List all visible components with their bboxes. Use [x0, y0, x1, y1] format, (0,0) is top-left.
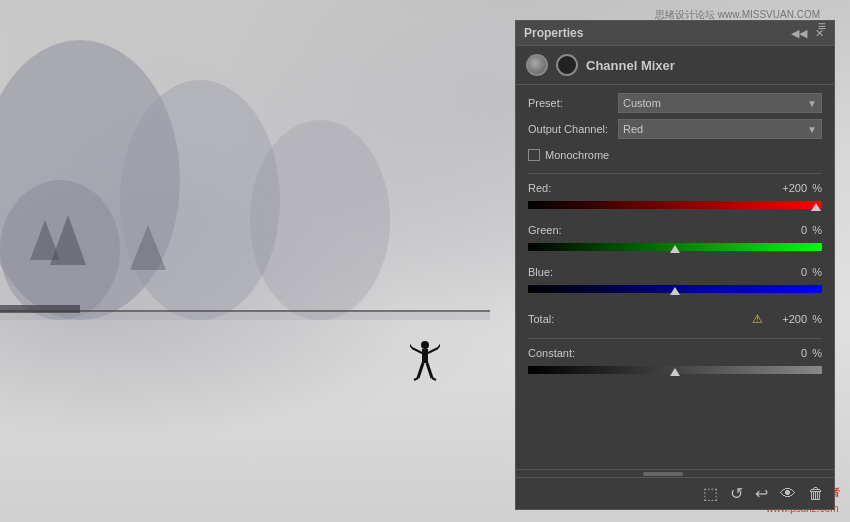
preset-row: Preset: Custom ▼: [528, 93, 822, 113]
green-slider-thumb[interactable]: [670, 245, 680, 253]
total-value: +200: [767, 313, 807, 325]
blue-slider-track: [528, 285, 822, 293]
blue-slider-section: Blue: 0 %: [528, 266, 822, 298]
green-slider-header: Green: 0 %: [528, 224, 822, 236]
scrollbar[interactable]: [516, 469, 834, 477]
blue-pct: %: [807, 266, 822, 278]
red-slider-thumb[interactable]: [811, 203, 821, 211]
constant-slider-track: [528, 366, 822, 374]
green-slider-section: Green: 0 %: [528, 224, 822, 256]
monochrome-label: Monochrome: [545, 149, 609, 161]
adjustment-preview-icon[interactable]: ↺: [730, 484, 743, 503]
panel-collapse-btn[interactable]: ◀◀: [789, 27, 809, 40]
svg-line-13: [438, 342, 440, 348]
divider-2: [528, 338, 822, 339]
red-slider-container[interactable]: [528, 196, 822, 214]
preset-dropdown-arrow: ▼: [807, 98, 817, 109]
properties-panel: Properties ◀◀ ✕ ≡ Channel Mixer Preset: …: [515, 20, 835, 510]
svg-line-10: [412, 348, 422, 353]
green-pct: %: [807, 224, 822, 236]
red-label: Red:: [528, 182, 767, 194]
preset-value: Custom: [623, 97, 661, 109]
panel-content: Preset: Custom ▼ Output Channel: Red ▼ M…: [516, 85, 834, 469]
red-value: +200: [767, 182, 807, 194]
svg-line-16: [414, 378, 418, 380]
preset-label: Preset:: [528, 97, 618, 109]
blue-value: 0: [767, 266, 807, 278]
svg-line-12: [428, 348, 438, 353]
svg-line-17: [432, 378, 436, 380]
red-pct: %: [807, 182, 822, 194]
svg-line-11: [410, 342, 412, 348]
red-slider-section: Red: +200 %: [528, 182, 822, 214]
red-slider-header: Red: +200 %: [528, 182, 822, 194]
globe-icon: [526, 54, 548, 76]
divider-1: [528, 173, 822, 174]
mountain-background: [0, 0, 490, 320]
blue-slider-thumb[interactable]: [670, 287, 680, 295]
visibility-icon[interactable]: 👁: [780, 485, 796, 503]
delete-icon[interactable]: 🗑: [808, 485, 824, 503]
channel-mixer-title: Channel Mixer: [586, 58, 675, 73]
panel-menu-icon[interactable]: ≡: [818, 18, 826, 34]
reset-icon[interactable]: ↩: [755, 484, 768, 503]
warning-icon: ⚠: [752, 312, 763, 326]
svg-point-8: [421, 341, 429, 349]
output-channel-dropdown[interactable]: Red ▼: [618, 119, 822, 139]
panel-title: Properties: [524, 26, 583, 40]
output-channel-label: Output Channel:: [528, 123, 618, 135]
total-pct: %: [807, 313, 822, 325]
total-row: Total: ⚠ +200 %: [528, 312, 822, 326]
svg-rect-9: [422, 349, 428, 363]
monochrome-checkbox[interactable]: [528, 149, 540, 161]
adjustment-icon: [556, 54, 578, 76]
svg-point-2: [250, 120, 390, 320]
ninja-figure: [410, 340, 440, 395]
output-channel-dropdown-arrow: ▼: [807, 124, 817, 135]
output-channel-value: Red: [623, 123, 643, 135]
constant-slider-header: Constant: 0 %: [528, 347, 822, 359]
constant-label: Constant:: [528, 347, 767, 359]
panel-toolbar: ⬚ ↺ ↩ 👁 🗑: [516, 477, 834, 509]
panel-titlebar: Properties ◀◀ ✕: [516, 21, 834, 46]
monochrome-row: Monochrome: [528, 149, 822, 161]
red-slider-track: [528, 201, 822, 209]
output-channel-row: Output Channel: Red ▼: [528, 119, 822, 139]
constant-slider-thumb[interactable]: [670, 368, 680, 376]
add-adjustment-icon[interactable]: ⬚: [703, 484, 718, 503]
blue-slider-header: Blue: 0 %: [528, 266, 822, 278]
green-label: Green:: [528, 224, 767, 236]
svg-line-14: [418, 363, 423, 378]
preset-dropdown[interactable]: Custom ▼: [618, 93, 822, 113]
constant-slider-container[interactable]: [528, 361, 822, 379]
green-value: 0: [767, 224, 807, 236]
blue-label: Blue:: [528, 266, 767, 278]
constant-value: 0: [767, 347, 807, 359]
constant-pct: %: [807, 347, 822, 359]
bridge-wire: [0, 310, 490, 312]
total-label: Total:: [528, 313, 752, 325]
scrollbar-thumb: [643, 472, 683, 476]
constant-slider-section: Constant: 0 %: [528, 347, 822, 379]
green-slider-container[interactable]: [528, 238, 822, 256]
green-slider-track: [528, 243, 822, 251]
mixer-header: Channel Mixer: [516, 46, 834, 85]
blue-slider-container[interactable]: [528, 280, 822, 298]
svg-line-15: [427, 363, 432, 378]
